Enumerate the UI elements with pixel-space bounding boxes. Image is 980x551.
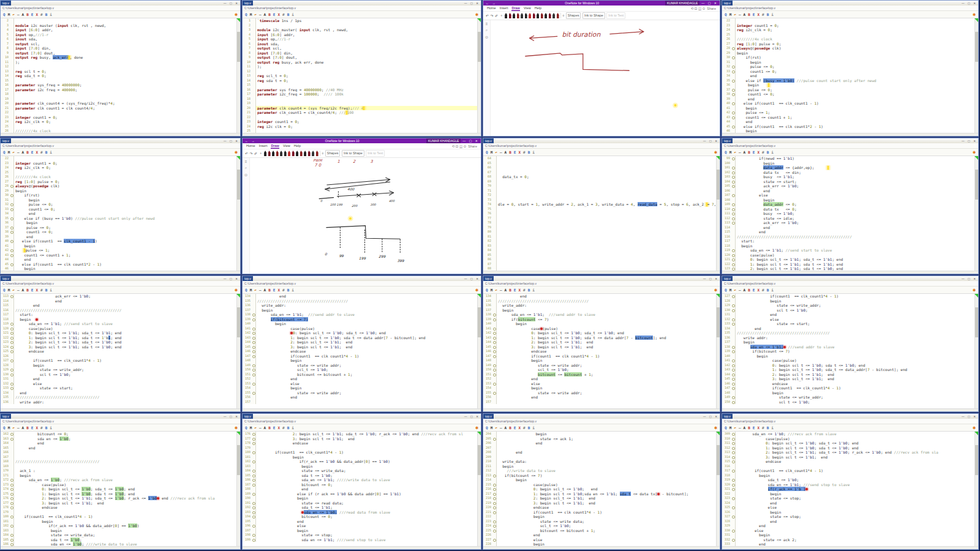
fold-marker[interactable] (492, 482, 497, 487)
code-line[interactable]: 39 end (1, 234, 237, 239)
code-line[interactable]: 14reg sda_t = 0; (1, 73, 237, 78)
close-file-icon[interactable]: X (518, 424, 521, 431)
fold-marker[interactable] (731, 60, 736, 65)
fold-marker[interactable] (10, 437, 14, 441)
fold-marker[interactable] (10, 124, 14, 129)
fold-marker[interactable] (492, 523, 497, 528)
code-line[interactable]: 175 1: begin scl_t <= 1'b0; sda_t <= 1'b… (1, 492, 237, 497)
code-line[interactable]: 25 (243, 129, 478, 133)
fold-marker[interactable] (10, 253, 14, 258)
fold-marker[interactable] (492, 487, 497, 492)
code-text[interactable]: begin (736, 473, 975, 478)
fold-marker[interactable] (10, 115, 14, 120)
code-text[interactable]: state <= write_data; (497, 519, 717, 524)
edit-icon[interactable]: E (273, 424, 276, 431)
code-line[interactable]: 310 case(pulse) (722, 437, 975, 441)
font-icon[interactable]: A (505, 149, 507, 156)
code-line[interactable]: 192 sda_t <= 1'b1; (243, 505, 478, 510)
code-line[interactable]: 4input [6:0] addr, (1, 28, 237, 32)
close-file-icon[interactable]: X (757, 287, 760, 293)
code-line[interactable]: 138 sda_en <= 1'b1; ///send addr to slav… (483, 312, 717, 317)
code-text[interactable]: 0: begin scl_t <= 1'b0; sda_t <= 1'b0; e… (256, 331, 478, 335)
fold-marker[interactable] (10, 18, 14, 23)
code-line[interactable]: 29begin (722, 51, 975, 56)
fold-marker[interactable] (10, 464, 14, 469)
code-text[interactable]: bitcount <= 0; (256, 482, 478, 487)
fold-marker[interactable] (10, 400, 14, 405)
vertical-scrollbar[interactable] (974, 156, 978, 271)
code-line[interactable]: 186 sda_en <= 1'b1; /////write data to s… (243, 478, 478, 482)
code-text[interactable]: 3: begin scl_t <= 1'b1; end (736, 377, 975, 381)
code-line[interactable]: 313 2: begin scl_t <= 1'b1; sda_t <= 1'b… (722, 450, 975, 455)
code-line[interactable]: 140 begin (483, 321, 717, 326)
code-text[interactable]: pulse <= 0; (14, 202, 237, 207)
build-icon[interactable]: B (528, 424, 530, 431)
fold-marker[interactable] (492, 446, 497, 451)
code-text[interactable]: if(bitcount <= 7) (497, 317, 717, 322)
code-text[interactable] (256, 97, 478, 102)
macro-icon[interactable]: M (729, 149, 732, 156)
code-line[interactable]: 312 1: begin scl_t <= 1'b0; sda_t <= 1'b… (722, 446, 975, 451)
code-text[interactable]: begin (497, 386, 717, 391)
code-line[interactable]: 25 (1, 124, 237, 129)
fold-marker[interactable] (10, 487, 14, 492)
code-text[interactable]: begin (736, 129, 975, 133)
code-line[interactable]: 14reg sda_t = 0; (243, 78, 478, 83)
fold-marker[interactable] (252, 78, 256, 83)
build-icon[interactable]: B (767, 287, 769, 293)
fold-marker[interactable] (252, 321, 256, 326)
code-line[interactable]: 21parameter clk_count1 = clk_count4/4; /… (243, 110, 478, 115)
code-line[interactable]: 67 (483, 170, 717, 175)
code-line[interactable]: 16parameter sys_freq = 40000000; (1, 83, 237, 88)
code-line[interactable]: 35 else if (busy == 1'b0) ///pulse count… (722, 78, 975, 83)
code-line[interactable]: 114 end (722, 225, 975, 230)
fold-marker[interactable] (252, 450, 256, 455)
code-line[interactable]: 155 state <= write_addr; (243, 391, 478, 395)
fold-marker[interactable] (731, 97, 736, 102)
code-text[interactable]: end (497, 533, 717, 538)
code-text[interactable]: else (256, 523, 478, 528)
code-text[interactable]: ////////////////////////////////////////… (256, 299, 478, 304)
code-line[interactable]: 126 (1, 354, 237, 359)
code-line[interactable]: 168/////////////////////////////////////… (1, 459, 237, 464)
eraser-icon[interactable]: ⬨ (322, 151, 324, 156)
fold-marker[interactable] (10, 170, 14, 175)
code-text[interactable]: bitcount <= 0; (14, 432, 237, 437)
fold-marker[interactable] (492, 308, 497, 313)
fold-marker[interactable] (10, 446, 14, 451)
bold-icon[interactable]: B (268, 11, 271, 18)
code-line[interactable]: 26////////4x clock (722, 37, 975, 42)
code-line[interactable]: 138 sda_en <= 1'b1; ///send addr to slav… (722, 345, 975, 350)
fold-marker[interactable] (492, 377, 497, 381)
window-controls[interactable]: — ▢ ✕ (464, 415, 480, 418)
code-area[interactable]: 162 bitcount <= 0;163 sda_en <= 1'b0;164… (1, 432, 240, 546)
fold-marker[interactable] (731, 446, 736, 451)
divider-icon[interactable]: — (739, 11, 741, 18)
font-icon[interactable]: A (264, 424, 266, 431)
fold-marker[interactable] (10, 331, 14, 335)
fold-marker[interactable] (731, 331, 736, 335)
code-line[interactable]: 81 (483, 234, 717, 239)
macro-icon[interactable]: M (8, 149, 10, 156)
code-line[interactable]: 22 (243, 115, 478, 120)
code-line[interactable]: 150 scl_t <= 1'b0; (483, 367, 717, 372)
code-text[interactable]: endcase (736, 381, 975, 386)
ribbon-tab-draw[interactable]: Draw (271, 143, 279, 149)
redo-icon[interactable]: ↷ (250, 151, 253, 156)
code-text[interactable]: 0: begin scl_t <= 1'b0; end (497, 487, 717, 492)
fold-marker[interactable] (731, 395, 736, 400)
code-text[interactable] (14, 124, 237, 129)
code-text[interactable]: reg i2c_clk = 0; (14, 119, 237, 124)
code-line[interactable]: 144 2: begin scl_t <= 1'b1; end (243, 340, 478, 345)
fold-marker[interactable] (252, 519, 256, 524)
fold-marker[interactable] (252, 464, 256, 469)
code-text[interactable]: parameter clk_count4 = (sys_freq/i2c_fre… (14, 101, 237, 106)
edit-icon[interactable]: E (514, 287, 516, 293)
font-icon[interactable]: A (505, 287, 507, 293)
code-text[interactable]: 2: begin scl_t <= 1'b1; sda_t <= 1'b0; r… (14, 496, 237, 501)
settings-icon[interactable]: ✱ (714, 150, 717, 154)
code-text[interactable]: begin (14, 198, 237, 203)
undo-icon[interactable]: ↶ (495, 287, 497, 293)
fold-marker[interactable] (492, 202, 497, 207)
fold-marker[interactable] (252, 386, 256, 391)
